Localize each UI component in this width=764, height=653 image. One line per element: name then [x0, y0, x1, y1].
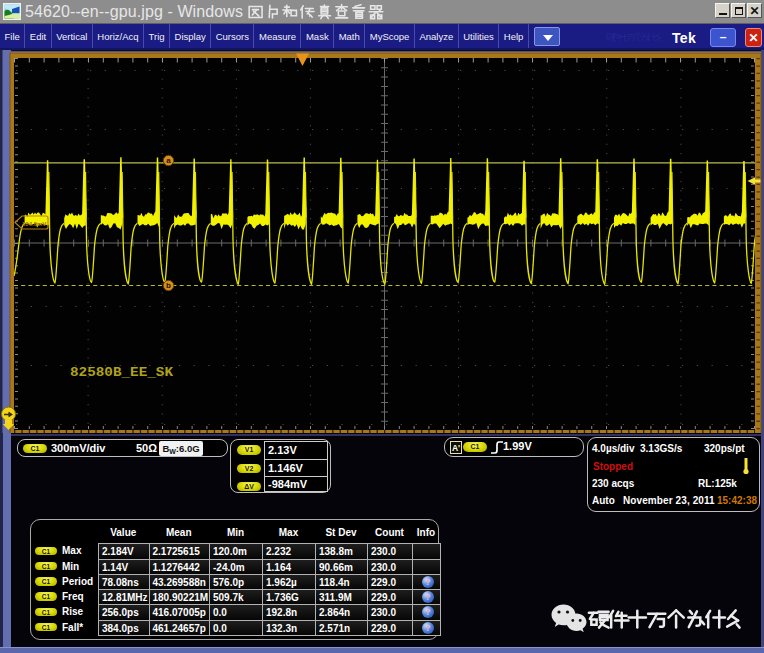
svg-text:b: b: [166, 281, 171, 290]
svg-text:82580B_EE_SK: 82580B_EE_SK: [70, 366, 174, 380]
svg-text:104.0mV: 104.0mV: [22, 221, 46, 227]
svg-text:a: a: [166, 156, 171, 165]
